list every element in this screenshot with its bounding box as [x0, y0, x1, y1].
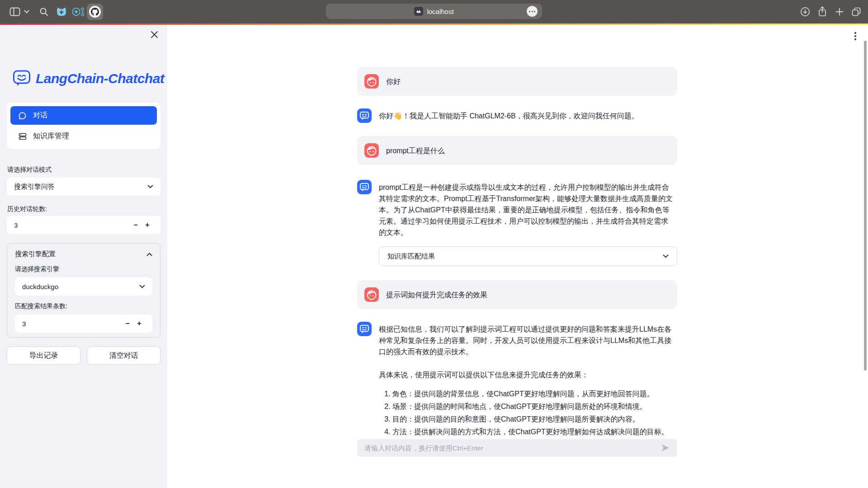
- chat-message-list: 你好 你好👋！我是人工智能助手 ChatGLM2-6B，很高兴见到你，欢迎问我任…: [357, 67, 677, 436]
- user-message: 提示词如何提升完成任务的效果: [357, 280, 677, 309]
- logo-text: LangChain-Chatchat: [36, 71, 164, 86]
- user-message: prompt工程是什么: [357, 136, 677, 165]
- nav-item-label: 对话: [33, 111, 47, 120]
- expander-title: 搜索引擎配置: [15, 250, 56, 258]
- assistant-message: 根据已知信息，我们可以了解到提示词工程可以通过提供更好的问题和答案来提升LLMs…: [357, 322, 677, 436]
- list-item: 方法：提供解决问题的方式和方法，使ChatGPT更好地理解如何达成解决问题的目标…: [392, 426, 674, 436]
- search-engine-config-expander: 搜索引擎配置 请选择搜索引擎 duckduckgo 匹配搜索结果条数: 3 − …: [7, 243, 160, 338]
- new-tab-icon[interactable]: [833, 0, 846, 23]
- page-options-icon[interactable]: [527, 6, 538, 17]
- list-item: 场景：提供问题的时间和地点，使ChatGPT更好地理解问题所处的环境和情境。: [392, 400, 674, 413]
- dialogue-mode-label: 请选择对话模式: [7, 166, 52, 174]
- decrement-button[interactable]: −: [122, 319, 133, 328]
- assistant-message: 你好👋！我是人工智能助手 ChatGLM2-6B，很高兴见到你，欢迎问我任何问题…: [357, 108, 677, 123]
- app-root: LangChain-Chatchat 对话 知识库管理 请选择对话模式 搜索引擎…: [0, 25, 868, 488]
- message-text: prompt工程是一种创建提示或指导以生成文本的过程，允许用户控制模型的输出并生…: [379, 180, 674, 238]
- send-icon[interactable]: [661, 443, 670, 452]
- nav-item-label: 知识库管理: [33, 131, 69, 141]
- message-list: 角色：提供问题的背景信息，使ChatGPT更好地理解问题，从而更好地回答问题。 …: [379, 388, 674, 436]
- github-icon: [89, 6, 101, 18]
- dialogue-mode-select[interactable]: 搜索引擎问答: [7, 178, 160, 196]
- history-rounds-label: 历史对话轮数:: [7, 205, 47, 213]
- downloads-icon[interactable]: [798, 0, 812, 23]
- user-avatar-icon: [364, 143, 379, 158]
- user-avatar-icon: [364, 287, 379, 302]
- export-records-button[interactable]: 导出记录: [7, 347, 80, 365]
- assistant-avatar-icon: [357, 180, 372, 194]
- results-count-label: 匹配搜索结果条数:: [15, 302, 152, 310]
- bear-app-icon[interactable]: [55, 0, 68, 23]
- clear-dialogue-button[interactable]: 清空对话: [87, 347, 160, 365]
- list-item: 角色：提供问题的背景信息，使ChatGPT更好地理解问题，从而更好地回答问题。: [392, 388, 674, 400]
- kb-match-results-expander[interactable]: 知识库匹配结果: [379, 246, 677, 266]
- message-paragraph: 根据已知信息，我们可以了解到提示词工程可以通过提供更好的问题和答案来提升LLMs…: [379, 324, 674, 357]
- nav-menu: 对话 知识库管理: [7, 103, 160, 149]
- message-text: 你好: [386, 74, 670, 89]
- chevron-down-icon: [663, 254, 669, 258]
- message-text: 根据已知信息，我们可以了解到提示词工程可以通过提供更好的问题和答案来提升LLMs…: [379, 322, 674, 436]
- database-icon: [19, 132, 27, 141]
- decrement-button[interactable]: −: [130, 221, 142, 229]
- chat-bubble-icon: [19, 112, 27, 120]
- dialogue-mode-value: 搜索引擎问答: [14, 183, 55, 191]
- github-tab[interactable]: [87, 0, 103, 23]
- share-icon[interactable]: [816, 0, 829, 23]
- expander-header[interactable]: 搜索引擎配置: [15, 250, 152, 258]
- circles-star-app-icon[interactable]: [71, 0, 85, 23]
- streamlit-favicon: [414, 7, 423, 16]
- list-item: 目的：提供问题的目的和意图，使ChatGPT更好地理解问题所要解决的内容。: [392, 413, 674, 426]
- message-text: 提示词如何提升完成任务的效果: [386, 287, 670, 302]
- chevron-up-icon: [146, 253, 152, 256]
- history-rounds-input[interactable]: 3 − +: [7, 216, 160, 234]
- sidebar-close-icon[interactable]: [148, 28, 160, 40]
- app-logo: LangChain-Chatchat: [13, 69, 164, 88]
- results-count-input[interactable]: 3 − +: [15, 314, 152, 333]
- nav-item-dialogue[interactable]: 对话: [10, 106, 157, 125]
- tab-overview-icon[interactable]: [849, 0, 863, 23]
- message-text: 你好👋！我是人工智能助手 ChatGLM2-6B，很高兴见到你，欢迎问我任何问题…: [379, 108, 674, 123]
- assistant-avatar-icon: [357, 108, 372, 123]
- url-text: localhost: [427, 8, 453, 15]
- chevron-down-icon: [139, 285, 145, 288]
- message-paragraph: 具体来说，使用提示词可以提供以下信息来提升完成任务的效果：: [379, 369, 674, 380]
- browser-toolbar: localhost: [0, 0, 868, 23]
- chevron-down-icon: [147, 185, 153, 188]
- chat-input-bar: [357, 439, 677, 457]
- sidebar-toggle-icon[interactable]: [8, 0, 22, 23]
- message-text: prompt工程是什么: [386, 143, 670, 158]
- chat-main: 你好 你好👋！我是人工智能助手 ChatGLM2-6B，很高兴见到你，欢迎问我任…: [167, 25, 868, 488]
- increment-button[interactable]: +: [133, 319, 145, 328]
- search-icon[interactable]: [38, 0, 50, 23]
- sidebar: LangChain-Chatchat 对话 知识库管理 请选择对话模式 搜索引擎…: [0, 25, 167, 488]
- assistant-avatar-icon: [357, 322, 372, 336]
- user-avatar-icon: [364, 74, 379, 89]
- history-rounds-value: 3: [14, 221, 18, 229]
- logo-chat-bubble-icon: [13, 69, 31, 88]
- kb-expander-label: 知识库匹配结果: [387, 252, 435, 261]
- increment-button[interactable]: +: [142, 221, 153, 229]
- nav-item-kb-management[interactable]: 知识库管理: [10, 127, 157, 145]
- chevron-down-icon[interactable]: [23, 0, 31, 23]
- search-engine-select[interactable]: duckduckgo: [15, 277, 152, 296]
- search-engine-value: duckduckgo: [22, 283, 58, 291]
- assistant-message: prompt工程是一种创建提示或指导以生成文本的过程，允许用户控制模型的输出并生…: [357, 180, 677, 238]
- chat-input[interactable]: [364, 444, 656, 452]
- search-engine-label: 请选择搜索引擎: [15, 265, 152, 273]
- address-bar[interactable]: localhost: [326, 4, 542, 19]
- user-message: 你好: [357, 67, 677, 96]
- results-count-value: 3: [22, 320, 26, 328]
- app-menu-icon[interactable]: [851, 29, 860, 43]
- scrollbar-thumb[interactable]: [864, 41, 867, 371]
